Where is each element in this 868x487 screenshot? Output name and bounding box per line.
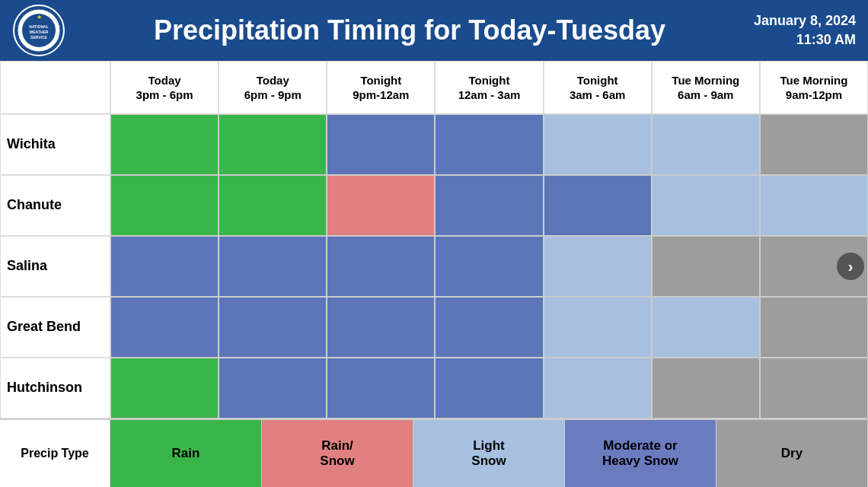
cell-1-1 bbox=[219, 175, 327, 236]
cell-0-4 bbox=[544, 114, 652, 175]
cell-3-4 bbox=[544, 297, 652, 358]
col-header-3: Tonight12am - 3am bbox=[435, 61, 543, 114]
legend-item-1: Rain/ Snow bbox=[262, 420, 413, 487]
svg-text:★: ★ bbox=[37, 14, 42, 21]
cell-1-3 bbox=[435, 175, 543, 236]
cell-0-5 bbox=[652, 114, 760, 175]
cell-0-2 bbox=[327, 114, 435, 175]
legend-label: Precip Type bbox=[0, 420, 110, 487]
cell-3-3 bbox=[435, 297, 543, 358]
cell-1-0 bbox=[110, 175, 219, 236]
cell-2-2 bbox=[327, 236, 435, 297]
cell-2-6: › bbox=[760, 236, 868, 297]
col-header-4: Tonight3am - 6am bbox=[544, 61, 652, 114]
cell-4-5 bbox=[652, 358, 760, 419]
header-date: January 8, 2024 11:30 AM bbox=[754, 11, 856, 49]
cell-0-1 bbox=[219, 114, 327, 175]
cell-3-1 bbox=[219, 297, 327, 358]
legend-item-2: Light Snow bbox=[413, 420, 565, 487]
cell-3-6 bbox=[760, 297, 868, 358]
row-label-4: Hutchinson bbox=[0, 358, 110, 419]
cell-1-4 bbox=[544, 175, 652, 236]
cell-2-0 bbox=[110, 236, 219, 297]
cell-1-5 bbox=[652, 175, 760, 236]
row-label-0: Wichita bbox=[0, 114, 110, 175]
legend-item-0: Rain bbox=[110, 420, 262, 487]
next-arrow-button[interactable]: › bbox=[837, 253, 864, 280]
row-label-2: Salina bbox=[0, 236, 110, 297]
header-title: Precipitation Timing for Today-Tuesday bbox=[65, 14, 754, 46]
legend-items: RainRain/ SnowLight SnowModerate or Heav… bbox=[110, 420, 868, 487]
row-label-1: Chanute bbox=[0, 175, 110, 236]
cell-4-3 bbox=[435, 358, 543, 419]
svg-text:SERVICE: SERVICE bbox=[30, 35, 48, 40]
legend-row: Precip Type RainRain/ SnowLight SnowMode… bbox=[0, 419, 868, 487]
col-header-5: Tue Morning6am - 9am bbox=[652, 61, 760, 114]
row-label-3: Great Bend bbox=[0, 297, 110, 358]
header: NATIONAL WEATHER SERVICE ★ Precipitation… bbox=[0, 0, 868, 61]
legend-item-4: Dry bbox=[716, 420, 868, 487]
legend-item-3: Moderate or Heavy Snow bbox=[565, 420, 716, 487]
cell-3-0 bbox=[110, 297, 219, 358]
cell-3-5 bbox=[652, 297, 760, 358]
nws-logo: NATIONAL WEATHER SERVICE ★ bbox=[12, 4, 65, 57]
grid-corner bbox=[0, 61, 110, 114]
cell-0-0 bbox=[110, 114, 219, 175]
cell-4-6 bbox=[760, 358, 868, 419]
col-header-1: Today6pm - 9pm bbox=[219, 61, 327, 114]
cell-0-3 bbox=[435, 114, 543, 175]
cell-1-2 bbox=[327, 175, 435, 236]
cell-4-1 bbox=[219, 358, 327, 419]
cell-1-6 bbox=[760, 175, 868, 236]
cell-2-1 bbox=[219, 236, 327, 297]
col-header-0: Today3pm - 6pm bbox=[110, 61, 219, 114]
cell-4-4 bbox=[544, 358, 652, 419]
cell-3-2 bbox=[327, 297, 435, 358]
col-header-2: Tonight9pm-12am bbox=[327, 61, 435, 114]
col-header-6: Tue Morning9am-12pm bbox=[760, 61, 868, 114]
cell-4-2 bbox=[327, 358, 435, 419]
precipitation-grid: Today3pm - 6pmToday6pm - 9pmTonight9pm-1… bbox=[0, 61, 868, 419]
cell-2-3 bbox=[435, 236, 543, 297]
cell-0-6 bbox=[760, 114, 868, 175]
cell-2-4 bbox=[544, 236, 652, 297]
cell-2-5 bbox=[652, 236, 760, 297]
svg-text:NATIONAL: NATIONAL bbox=[29, 24, 48, 29]
svg-text:WEATHER: WEATHER bbox=[30, 30, 49, 34]
cell-4-0 bbox=[110, 358, 219, 419]
